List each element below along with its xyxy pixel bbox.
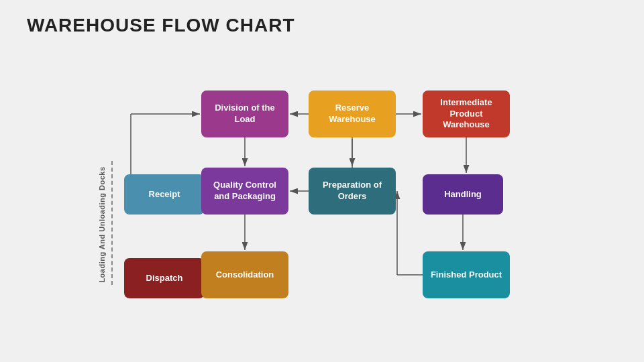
node-quality[interactable]: Quality Control and Packaging xyxy=(201,168,288,215)
node-dispatch[interactable]: Dispatch xyxy=(124,258,205,298)
side-label-text: Loading And Unloading Docks xyxy=(98,166,106,282)
node-intermediate[interactable]: Intermediate Product Warehouse xyxy=(423,90,510,137)
node-preparation[interactable]: Preparation of Orders xyxy=(309,168,396,215)
node-finished[interactable]: Finished Product xyxy=(423,251,510,298)
node-division[interactable]: Division of the Load xyxy=(201,90,288,137)
node-handling[interactable]: Handling xyxy=(423,174,503,215)
node-receipt[interactable]: Receipt xyxy=(124,174,205,215)
node-reserve[interactable]: Reserve Warehouse xyxy=(309,90,396,137)
node-consolidation[interactable]: Consolidation xyxy=(201,251,288,298)
chart-area: Loading And Unloading Docks Division of … xyxy=(20,50,631,349)
side-label: Loading And Unloading Docks xyxy=(93,168,111,282)
page-title: WAREHOUSE FLOW CHART xyxy=(27,15,295,36)
dashed-line xyxy=(111,161,113,285)
